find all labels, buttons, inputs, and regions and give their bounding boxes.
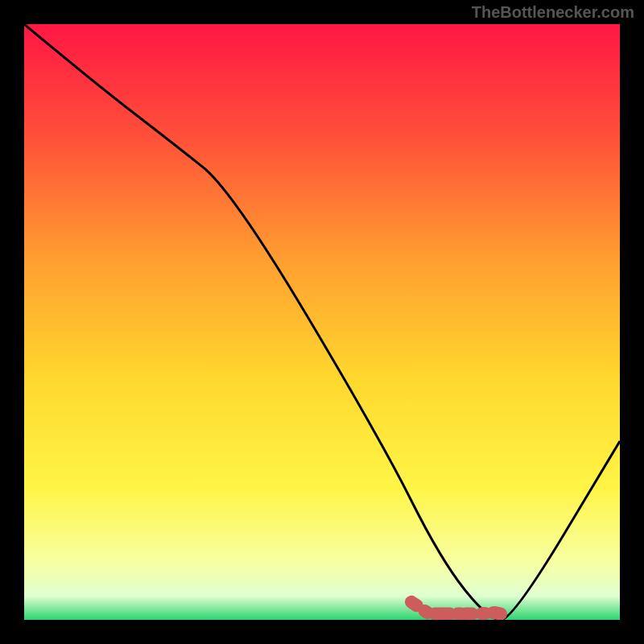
chart-container (24, 24, 620, 620)
chart-svg (24, 24, 620, 620)
plot-background (24, 24, 620, 620)
watermark-text: TheBottlenecker.com (472, 3, 634, 22)
